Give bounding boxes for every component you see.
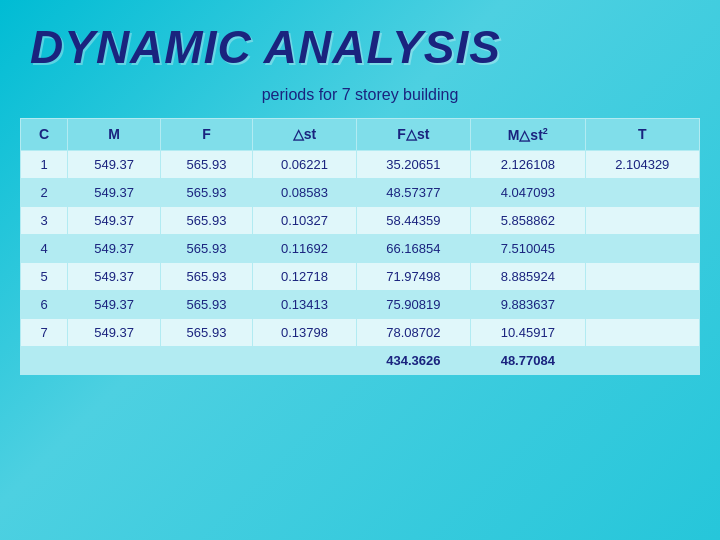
page-title: DYNAMIC ANALYSIS — [30, 20, 501, 74]
table-cell: 10.45917 — [471, 318, 585, 346]
table-cell: 3 — [21, 206, 68, 234]
col-header-dst: △st — [253, 119, 356, 151]
table-cell — [585, 262, 700, 290]
table-cell: 0.11692 — [253, 234, 356, 262]
total-cell — [585, 346, 700, 374]
total-cell — [253, 346, 356, 374]
col-header-mdst2: M△st2 — [471, 119, 585, 151]
table-row: 2549.37565.930.0858348.573774.047093 — [21, 178, 700, 206]
total-cell: 48.77084 — [471, 346, 585, 374]
table-cell: 4.047093 — [471, 178, 585, 206]
table-cell — [585, 206, 700, 234]
table-row: 7549.37565.930.1379878.0870210.45917 — [21, 318, 700, 346]
table-cell: 6 — [21, 290, 68, 318]
table-cell — [585, 234, 700, 262]
col-header-fdst: F△st — [356, 119, 470, 151]
table-cell: 1 — [21, 150, 68, 178]
table-cell: 549.37 — [68, 290, 160, 318]
table-cell: 565.93 — [160, 234, 252, 262]
table-cell: 0.12718 — [253, 262, 356, 290]
table-cell: 549.37 — [68, 318, 160, 346]
table-row: 6549.37565.930.1341375.908199.883637 — [21, 290, 700, 318]
total-cell — [160, 346, 252, 374]
table-cell: 48.57377 — [356, 178, 470, 206]
table-cell: 9.883637 — [471, 290, 585, 318]
table-cell: 565.93 — [160, 318, 252, 346]
table-cell: 0.10327 — [253, 206, 356, 234]
table-row: 3549.37565.930.1032758.443595.858862 — [21, 206, 700, 234]
col-header-t: T — [585, 119, 700, 151]
subtitle: periods for 7 storey building — [262, 86, 459, 104]
col-header-c: C — [21, 119, 68, 151]
table-cell: 2.126108 — [471, 150, 585, 178]
table-cell: 565.93 — [160, 206, 252, 234]
table-cell: 7 — [21, 318, 68, 346]
table-cell: 565.93 — [160, 178, 252, 206]
table-cell: 565.93 — [160, 262, 252, 290]
table-cell: 2.104329 — [585, 150, 700, 178]
table-cell: 35.20651 — [356, 150, 470, 178]
table-row: 5549.37565.930.1271871.974988.885924 — [21, 262, 700, 290]
table-cell: 565.93 — [160, 290, 252, 318]
table-row: 4549.37565.930.1169266.168547.510045 — [21, 234, 700, 262]
total-row: 434.362648.77084 — [21, 346, 700, 374]
table-cell: 8.885924 — [471, 262, 585, 290]
table-cell: 5 — [21, 262, 68, 290]
total-cell — [21, 346, 68, 374]
table-cell: 565.93 — [160, 150, 252, 178]
table-cell: 58.44359 — [356, 206, 470, 234]
table-cell: 78.08702 — [356, 318, 470, 346]
table-cell: 0.08583 — [253, 178, 356, 206]
table-cell: 549.37 — [68, 262, 160, 290]
table-cell: 7.510045 — [471, 234, 585, 262]
table-cell — [585, 318, 700, 346]
col-header-m: M — [68, 119, 160, 151]
data-table: C M F △st F△st M△st2 T 1549.37565.930.06… — [20, 118, 700, 375]
table-cell — [585, 290, 700, 318]
table-header-row: C M F △st F△st M△st2 T — [21, 119, 700, 151]
table-cell — [585, 178, 700, 206]
table-cell: 0.13798 — [253, 318, 356, 346]
table-cell: 2 — [21, 178, 68, 206]
table-cell: 549.37 — [68, 150, 160, 178]
table-cell: 75.90819 — [356, 290, 470, 318]
table-cell: 0.06221 — [253, 150, 356, 178]
table-cell: 549.37 — [68, 178, 160, 206]
table-cell: 0.13413 — [253, 290, 356, 318]
table-cell: 549.37 — [68, 206, 160, 234]
table-cell: 5.858862 — [471, 206, 585, 234]
page-container: DYNAMIC ANALYSIS periods for 7 storey bu… — [0, 0, 720, 540]
table-cell: 71.97498 — [356, 262, 470, 290]
table-cell: 4 — [21, 234, 68, 262]
total-cell — [68, 346, 160, 374]
total-cell: 434.3626 — [356, 346, 470, 374]
table-cell: 549.37 — [68, 234, 160, 262]
col-header-f: F — [160, 119, 252, 151]
table-row: 1549.37565.930.0622135.206512.1261082.10… — [21, 150, 700, 178]
table-cell: 66.16854 — [356, 234, 470, 262]
